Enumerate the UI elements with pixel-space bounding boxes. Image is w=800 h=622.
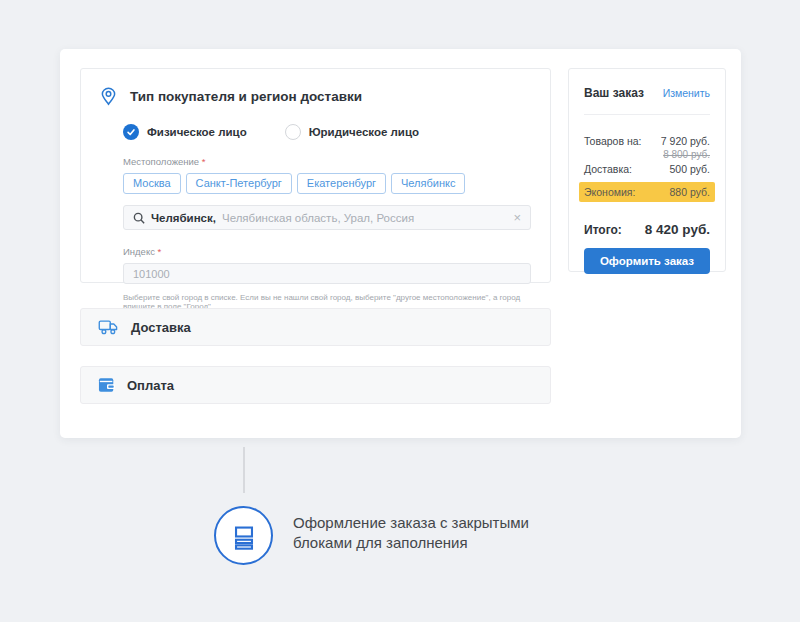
checkout-card: Тип покупателя и регион доставки Физичес… [60,49,741,438]
required-asterisk: * [202,156,206,167]
total-value: 8 420 руб. [645,222,710,237]
edit-order-link[interactable]: Изменить [663,87,710,99]
section-payment[interactable]: Оплата [80,366,551,404]
city-chip-spb[interactable]: Санкт-Петербург [186,173,292,194]
index-label-text: Индекс [123,246,155,257]
required-asterisk: * [158,246,162,257]
city-chip-chel[interactable]: Челябинкс [391,173,465,194]
search-city-value: Челябинск, [151,212,216,224]
index-input[interactable] [123,263,531,284]
order-rows: Товаров на: 7 920 руб. 8 800 руб. Достав… [584,135,710,202]
buyer-type-radios: Физическое лицо Юридическое лицо [123,124,550,140]
radio-individual[interactable]: Физическое лицо [123,124,247,140]
savings-label: Экономия: [584,186,635,198]
truck-icon [98,318,120,336]
search-icon [133,212,145,224]
section-delivery[interactable]: Доставка [80,308,551,346]
legend-caption: Оформление заказа с закрытыми блоками дл… [293,513,538,553]
wallet-icon [98,377,116,394]
savings-value: 880 руб. [670,186,710,198]
city-search-input[interactable]: Челябинск, Челябинская область, Урал, Ро… [123,205,531,230]
total-label: Итого: [584,223,622,237]
order-summary-panel: Ваш заказ Изменить Товаров на: 7 920 руб… [568,68,726,272]
radio-legal-label: Юридическое лицо [309,126,419,138]
radio-legal[interactable]: Юридическое лицо [285,124,419,140]
order-header: Ваш заказ Изменить [584,86,710,100]
order-row-items: Товаров на: 7 920 руб. [584,135,710,147]
panel-title: Тип покупателя и регион доставки [130,89,362,104]
section-payment-label: Оплата [127,378,174,393]
items-old-value: 8 800 руб. [584,149,710,160]
order-title: Ваш заказ [584,86,644,100]
delivery-value: 500 руб. [670,163,710,175]
radio-unchecked-icon[interactable] [285,124,301,140]
city-chip-moscow[interactable]: Москва [123,173,181,194]
city-chip-ekb[interactable]: Екатеренбург [297,173,386,194]
delivery-label: Доставка: [584,163,632,175]
order-row-savings: Экономия: 880 руб. [579,182,715,202]
connector-line [243,447,245,493]
location-label: Местоположение * [123,156,550,167]
closed-blocks-icon [214,506,273,565]
section-delivery-label: Доставка [131,320,191,335]
order-total-row: Итого: 8 420 руб. [584,222,710,237]
index-label: Индекс * [123,246,550,257]
order-row-delivery: Доставка: 500 руб. [584,163,710,175]
items-label: Товаров на: [584,135,641,147]
city-chips: Москва Санкт-Петербург Екатеренбург Челя… [123,173,550,194]
location-pin-icon [98,86,119,107]
clear-icon[interactable]: × [513,211,521,224]
buyer-region-panel: Тип покупателя и регион доставки Физичес… [80,68,551,283]
divider [584,114,710,115]
location-label-text: Местоположение [123,156,199,167]
submit-order-button[interactable]: Оформить заказ [584,248,710,274]
panel-header: Тип покупателя и регион доставки [81,69,550,107]
search-region-value: Челябинская область, Урал, Россия [222,212,414,224]
radio-checked-icon[interactable] [123,124,139,140]
radio-individual-label: Физическое лицо [147,126,247,138]
items-value: 7 920 руб. [661,135,710,147]
